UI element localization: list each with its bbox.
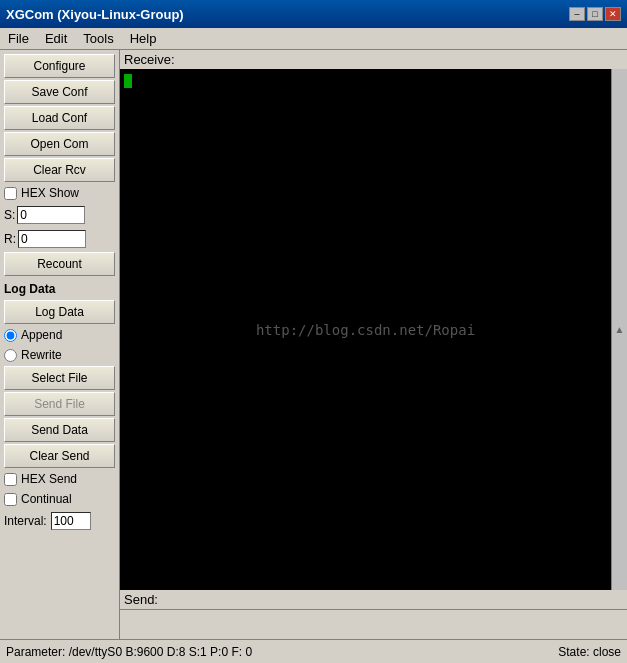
clear-send-button[interactable]: Clear Send (4, 444, 115, 468)
load-conf-button[interactable]: Load Conf (4, 106, 115, 130)
open-com-button[interactable]: Open Com (4, 132, 115, 156)
restore-button[interactable]: □ (587, 7, 603, 21)
receive-label: Receive: (120, 50, 627, 69)
rewrite-radio[interactable] (4, 349, 17, 362)
minimize-button[interactable]: – (569, 7, 585, 21)
receive-container: http://blog.csdn.net/Ropai ▲ (120, 69, 627, 590)
continual-label: Continual (21, 492, 72, 506)
titlebar-controls: – □ ✕ (569, 7, 621, 21)
statusbar: Parameter: /dev/ttyS0 B:9600 D:8 S:1 P:0… (0, 639, 627, 663)
status-state: State: close (558, 645, 621, 659)
main-container: Configure Save Conf Load Conf Open Com C… (0, 50, 627, 639)
recount-button[interactable]: Recount (4, 252, 115, 276)
menu-help[interactable]: Help (122, 29, 165, 48)
menu-tools[interactable]: Tools (75, 29, 121, 48)
configure-button[interactable]: Configure (4, 54, 115, 78)
status-parameter: Parameter: /dev/ttyS0 B:9600 D:8 S:1 P:0… (6, 645, 252, 659)
s-input[interactable] (17, 206, 85, 224)
terminal-scrollbar[interactable]: ▲ (611, 69, 627, 590)
hex-show-checkbox[interactable] (4, 187, 17, 200)
terminal-url: http://blog.csdn.net/Ropai (256, 322, 475, 338)
content-area: Receive: http://blog.csdn.net/Ropai ▲ Se… (120, 50, 627, 639)
log-data-button[interactable]: Log Data (4, 300, 115, 324)
titlebar-title: XGCom (Xiyou-Linux-Group) (6, 7, 184, 22)
close-button[interactable]: ✕ (605, 7, 621, 21)
clear-rcv-button[interactable]: Clear Rcv (4, 158, 115, 182)
continual-row: Continual (4, 490, 115, 508)
r-row: R: (4, 228, 115, 250)
send-label: Send: (120, 590, 627, 609)
interval-row: Interval: (4, 510, 115, 532)
terminal-cursor (124, 74, 132, 88)
send-data-button[interactable]: Send Data (4, 418, 115, 442)
send-file-button[interactable]: Send File (4, 392, 115, 416)
menu-edit[interactable]: Edit (37, 29, 75, 48)
rewrite-label: Rewrite (21, 348, 62, 362)
state-label: State: (558, 645, 589, 659)
append-radio[interactable] (4, 329, 17, 342)
rewrite-row: Rewrite (4, 346, 115, 364)
hex-send-row: HEX Send (4, 470, 115, 488)
hex-show-row: HEX Show (4, 184, 115, 202)
sidebar: Configure Save Conf Load Conf Open Com C… (0, 50, 120, 639)
s-label: S: (4, 208, 15, 222)
append-row: Append (4, 326, 115, 344)
continual-checkbox[interactable] (4, 493, 17, 506)
r-label: R: (4, 232, 16, 246)
interval-input[interactable] (51, 512, 91, 530)
menubar: File Edit Tools Help (0, 28, 627, 50)
hex-send-label: HEX Send (21, 472, 77, 486)
s-row: S: (4, 204, 115, 226)
receive-terminal: http://blog.csdn.net/Ropai (120, 69, 611, 590)
log-data-section: Log Data (4, 278, 115, 298)
r-input[interactable] (18, 230, 86, 248)
hex-send-checkbox[interactable] (4, 473, 17, 486)
save-conf-button[interactable]: Save Conf (4, 80, 115, 104)
append-label: Append (21, 328, 62, 342)
menu-file[interactable]: File (0, 29, 37, 48)
hex-show-label: HEX Show (21, 186, 79, 200)
select-file-button[interactable]: Select File (4, 366, 115, 390)
titlebar: XGCom (Xiyou-Linux-Group) – □ ✕ (0, 0, 627, 28)
interval-label: Interval: (4, 514, 47, 528)
send-area (120, 609, 627, 639)
state-value: close (593, 645, 621, 659)
